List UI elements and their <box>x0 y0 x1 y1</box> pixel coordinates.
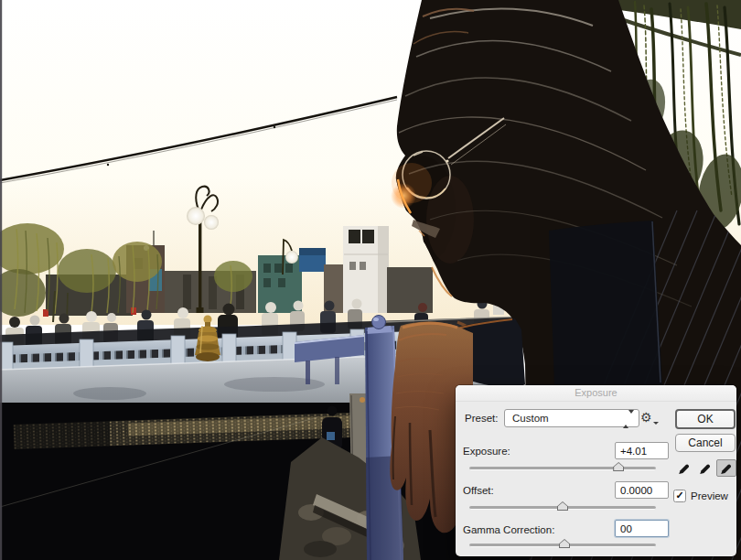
gamma-value-field[interactable] <box>615 520 669 537</box>
preview-checkbox-box[interactable]: ✓ <box>673 490 686 502</box>
offset-slider[interactable] <box>469 506 656 510</box>
gamma-label: Gamma Correction: <box>463 524 554 535</box>
left-edge-strip <box>0 0 2 560</box>
preset-label: Preset: <box>465 413 498 424</box>
preset-value: Custom <box>512 413 549 424</box>
dialog-title: Exposure <box>575 387 617 398</box>
exposure-value-field[interactable] <box>615 442 669 459</box>
exposure-slider-thumb[interactable] <box>613 462 624 471</box>
ok-button[interactable]: OK <box>675 409 736 429</box>
exposure-slider[interactable] <box>469 467 656 470</box>
white-point-eyedropper-icon[interactable] <box>716 459 736 477</box>
gear-menu-arrow-icon <box>653 422 659 425</box>
black-point-eyedropper-icon[interactable] <box>674 459 694 477</box>
preview-checkbox-label: Preview <box>691 490 728 501</box>
dialog-titlebar[interactable]: Exposure <box>456 385 736 402</box>
eyedropper-group <box>674 459 736 477</box>
exposure-dialog: Exposure Preset: Custom ⚙ OK Cancel Expo… <box>456 385 736 556</box>
preset-dropdown[interactable]: Custom <box>504 409 639 427</box>
gear-icon[interactable]: ⚙ <box>640 410 652 425</box>
dropdown-stepper-icon <box>623 414 634 425</box>
preview-control[interactable]: ✓ Preview <box>673 490 728 502</box>
offset-value-field[interactable] <box>615 481 669 499</box>
gamma-slider[interactable] <box>469 544 656 547</box>
screenshot: Exposure Preset: Custom ⚙ OK Cancel Expo… <box>0 0 741 560</box>
offset-slider-thumb[interactable] <box>557 501 568 511</box>
gray-point-eyedropper-icon[interactable] <box>695 459 715 477</box>
cancel-button[interactable]: Cancel <box>675 434 736 452</box>
offset-label: Offset: <box>463 485 494 496</box>
exposure-label: Exposure: <box>463 446 510 457</box>
gamma-slider-thumb[interactable] <box>559 539 570 548</box>
